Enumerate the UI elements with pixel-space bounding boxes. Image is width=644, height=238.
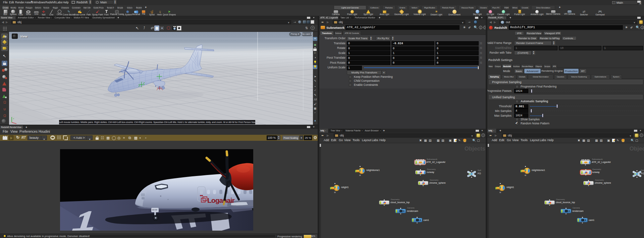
svg-text:y: y [13, 117, 14, 119]
svg-text:G9 NF: G9 NF [152, 209, 158, 211]
svg-text:Loganair: Loganair [207, 196, 235, 204]
